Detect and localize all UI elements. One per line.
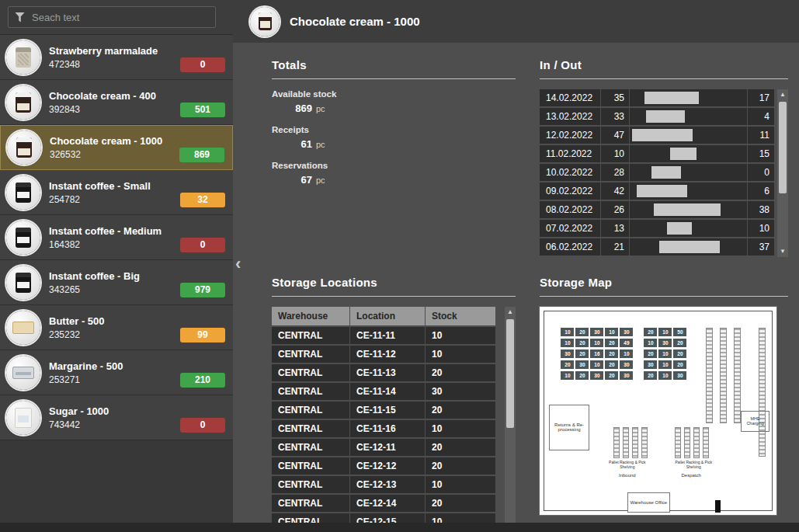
racking-column-icon (734, 328, 741, 423)
product-sidebar: Strawberry marmalade4723480Chocolate cre… (0, 0, 233, 523)
stock-badge: 0 (180, 418, 225, 433)
map-location-cell: 20 (673, 360, 686, 369)
map-location-cell: 20 (605, 339, 618, 347)
product-list-item[interactable]: Sugar - 10007434420 (0, 395, 233, 440)
out-value: 4 (748, 108, 774, 125)
product-image (6, 311, 40, 345)
in-out-bar (630, 145, 747, 162)
totals-row: Receipts61pc (272, 125, 516, 151)
map-location-cell: 10 (561, 371, 574, 380)
table-cell: 10 (426, 420, 495, 437)
coffee-jar-icon (16, 273, 31, 293)
in-bar-segment (637, 185, 681, 197)
out-bar-segment (681, 110, 685, 123)
product-code: 392843 (49, 104, 180, 115)
product-image (6, 221, 40, 255)
product-list-item[interactable]: Chocolate cream - 400392843501 (0, 80, 233, 125)
racking-column-icon (693, 427, 700, 458)
table-cell: CE-11-11 (350, 327, 425, 344)
table-row: CENTRALCE-11-1210 (272, 346, 502, 363)
product-list-item[interactable]: Instant coffee - Big343265979 (0, 260, 233, 305)
racking-column-icon (706, 328, 713, 423)
out-value: 10 (748, 220, 774, 237)
table-cell: CE-11-14 (350, 383, 425, 400)
scroll-down-icon[interactable]: ▼ (777, 246, 788, 257)
in-bar-segment (651, 166, 681, 179)
map-office-area: Warehouse Office (627, 492, 670, 513)
out-value: 0 (748, 164, 774, 181)
in-out-scrollbar[interactable]: ▲ ▼ (777, 89, 788, 257)
product-image (6, 176, 40, 210)
table-header-row: WarehouseLocationStock (272, 307, 502, 325)
storage-locations-section: Storage Locations WarehouseLocationStock… (272, 276, 516, 532)
in-out-row: 06.02.20222137 (540, 238, 775, 256)
map-location-cell: 10 (644, 339, 657, 347)
totals-label: Available stock (272, 89, 516, 99)
storage-map-section: Storage Map 1020301030201050102010204910… (540, 276, 788, 532)
table-cell: CENTRAL (272, 439, 349, 456)
map-location-cell: 20 (561, 360, 574, 369)
scroll-thumb[interactable] (506, 319, 514, 428)
product-list-item[interactable]: Strawberry marmalade4723480 (0, 35, 233, 80)
totals-unit: pc (316, 140, 325, 149)
bottom-bar (0, 523, 799, 532)
map-location-cell: 30 (590, 371, 603, 380)
in-value: 35 (601, 89, 629, 106)
table-cell: CENTRAL (272, 346, 349, 363)
search-input[interactable] (32, 12, 203, 23)
column-header[interactable]: Location (350, 307, 425, 325)
detail-content: Totals Available stock869pcReceipts61pcR… (233, 43, 799, 523)
in-value: 21 (601, 238, 629, 256)
in-out-row: 07.02.20221310 (540, 220, 775, 237)
product-list-item[interactable]: Instant coffee - Small25478232 (0, 170, 233, 215)
scroll-up-icon[interactable]: ▲ (505, 307, 516, 318)
in-out-section: In / Out 14.02.2022351713.02.202233412.0… (540, 58, 788, 257)
in-value: 13 (601, 220, 629, 237)
in-out-date: 08.02.2022 (540, 201, 600, 218)
in-out-bar (630, 238, 747, 256)
product-list-item[interactable]: Chocolate cream - 1000326532869 (0, 125, 233, 170)
map-location-cell: 10 (590, 339, 603, 347)
in-out-row: 13.02.2022334 (540, 108, 775, 125)
table-cell: CENTRAL (272, 457, 349, 475)
table-row: CENTRALCE-12-1310 (272, 476, 502, 493)
in-bar-segment (654, 203, 681, 216)
column-header[interactable]: Stock (426, 307, 495, 325)
map-location-cell: 30 (620, 360, 633, 369)
in-out-row: 08.02.20222638 (540, 201, 775, 218)
scroll-up-icon[interactable]: ▲ (777, 89, 788, 100)
in-bar-segment (667, 222, 681, 235)
table-row: CENTRALCE-12-1420 (272, 495, 502, 512)
in-out-date: 07.02.2022 (540, 220, 600, 237)
search-box[interactable] (8, 6, 216, 28)
product-image (6, 40, 40, 75)
coffee-jar-icon (16, 183, 31, 203)
table-cell: CE-11-12 (350, 346, 425, 363)
map-location-cell: 20 (605, 371, 618, 380)
product-list-item[interactable]: Butter - 50023523299 (0, 305, 233, 350)
in-bar-segment (659, 241, 681, 253)
in-out-row: 10.02.2022280 (540, 164, 775, 181)
map-location-cell: 20 (575, 371, 589, 380)
product-list-item[interactable]: Instant coffee - Medium1643820 (0, 215, 233, 260)
product-image (6, 356, 40, 390)
stock-badge: 0 (180, 238, 225, 252)
table-row: CENTRALCE-11-1430 (272, 383, 502, 400)
out-value: 38 (748, 201, 774, 218)
totals-title: Totals (272, 58, 516, 79)
map-location-cell: 10 (561, 328, 574, 336)
map-location-cell: 20 (605, 349, 618, 358)
product-list-item[interactable]: Margarine - 500253271210 (0, 350, 233, 395)
map-location-cell: 10 (658, 328, 672, 336)
scroll-thumb[interactable] (779, 102, 787, 193)
table-row: CENTRALCE-11-1320 (272, 364, 502, 381)
product-name: Butter - 500 (49, 315, 180, 327)
map-location-cell: 30 (620, 328, 633, 336)
storage-scrollbar[interactable]: ▲ ▼ (505, 307, 516, 530)
map-despatch-label: Despatch (672, 473, 710, 478)
racking-column-icon (703, 427, 709, 458)
collapse-sidebar-button[interactable]: ‹ (235, 256, 241, 272)
product-code: 472348 (49, 59, 180, 70)
column-header[interactable]: Warehouse (272, 307, 349, 325)
product-code: 164382 (49, 239, 180, 250)
